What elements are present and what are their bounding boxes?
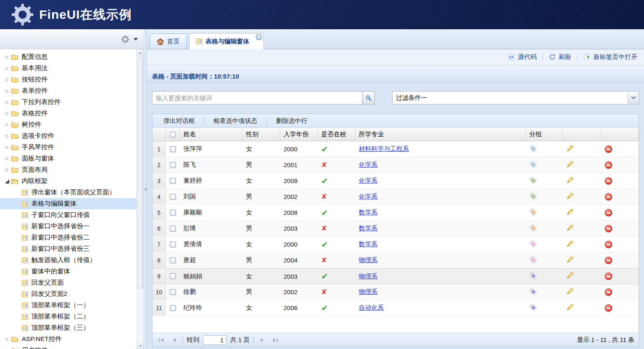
tree-expand-icon[interactable]: [5, 134, 9, 138]
select-all-checkbox[interactable]: [166, 128, 180, 141]
tree-item[interactable]: 下拉列表控件: [0, 97, 137, 108]
row-checkbox[interactable]: [166, 221, 180, 236]
settings-gear-icon[interactable]: [121, 35, 129, 43]
edit-button[interactable]: [566, 176, 574, 186]
open-new-tab-button[interactable]: 新标签页中打开: [583, 53, 637, 61]
tree-item[interactable]: 用户控件: [0, 345, 137, 349]
settings-dropdown-caret-icon[interactable]: [134, 38, 138, 41]
tree-expand-icon[interactable]: [5, 112, 9, 116]
tree-item[interactable]: 表格与编辑窗体: [0, 198, 137, 209]
group-tag-icon[interactable]: [529, 145, 537, 154]
view-source-button[interactable]: 源代码: [508, 53, 537, 61]
first-page-button[interactable]: [157, 336, 166, 345]
filter-dropdown-button[interactable]: [628, 92, 639, 104]
search-button[interactable]: [362, 91, 375, 104]
tree-item[interactable]: 选项卡控件: [0, 130, 137, 142]
edit-button[interactable]: [566, 145, 574, 154]
major-link[interactable]: 自动化系: [359, 304, 384, 312]
row-checkbox[interactable]: [166, 157, 180, 173]
delete-icon[interactable]: [605, 177, 612, 185]
tree-expand-icon[interactable]: [5, 100, 9, 104]
tree-expand-icon[interactable]: [5, 157, 9, 161]
group-tag-icon[interactable]: [529, 240, 537, 249]
tree-expand-icon[interactable]: [5, 66, 9, 71]
column-header[interactable]: 是否在校: [318, 128, 355, 141]
major-link[interactable]: 材料科学与工程系: [359, 145, 409, 153]
major-link[interactable]: 化学系: [359, 193, 378, 201]
group-tag-icon[interactable]: [529, 224, 537, 233]
scrollbar-thumb[interactable]: [137, 58, 143, 288]
scroll-down-button[interactable]: [137, 342, 144, 349]
major-link[interactable]: 物理系: [359, 273, 378, 280]
tree-item[interactable]: ASP.NET控件: [0, 334, 137, 345]
tree-item[interactable]: 回发父页面2: [0, 288, 137, 300]
edit-button[interactable]: [566, 192, 574, 201]
row-checkbox[interactable]: [166, 205, 180, 220]
group-tag-icon[interactable]: [529, 208, 537, 217]
tree-item[interactable]: 窗体中的窗体: [0, 266, 137, 277]
delete-icon[interactable]: [605, 288, 612, 296]
row-checkbox[interactable]: [166, 141, 180, 157]
tab-grid-edit-window[interactable]: 表格与编辑窗体×: [189, 33, 264, 49]
group-tag-icon[interactable]: [529, 192, 537, 201]
tree-item[interactable]: 手风琴控件: [0, 142, 137, 153]
tab-home[interactable]: 首页: [150, 33, 187, 49]
tree-item[interactable]: 树控件: [0, 119, 137, 130]
delete-icon[interactable]: [605, 257, 612, 264]
major-link[interactable]: 数学系: [359, 224, 378, 232]
sidebar-scrollbar[interactable]: [137, 49, 144, 349]
tree-item[interactable]: 基本用法: [0, 63, 137, 74]
delete-icon[interactable]: [605, 209, 612, 217]
row-checkbox[interactable]: [166, 252, 180, 268]
tree-item[interactable]: 新窗口中选择省份三: [0, 243, 137, 255]
major-link[interactable]: 化学系: [359, 161, 378, 169]
major-link[interactable]: 物理系: [359, 288, 378, 296]
row-checkbox[interactable]: [166, 269, 180, 284]
tree-item[interactable]: 内联框架: [0, 176, 137, 187]
edit-button[interactable]: [566, 160, 574, 170]
edit-button[interactable]: [566, 303, 574, 313]
group-tag-icon[interactable]: [529, 272, 537, 281]
tree-expand-icon[interactable]: [5, 123, 9, 127]
major-link[interactable]: 物理系: [359, 256, 378, 264]
edit-button[interactable]: [566, 272, 574, 281]
close-tab-icon[interactable]: ×: [256, 34, 262, 40]
sidebar-splitter[interactable]: [144, 29, 147, 349]
tree-item[interactable]: 表单控件: [0, 85, 137, 97]
column-header[interactable]: 性别: [243, 128, 280, 141]
tree-expand-icon[interactable]: [5, 55, 9, 59]
tree-item[interactable]: 按钮控件: [0, 74, 137, 85]
filter-dropdown[interactable]: 过滤条件一: [392, 91, 639, 104]
group-tag-icon[interactable]: [529, 160, 537, 170]
major-link[interactable]: 化学系: [359, 177, 378, 185]
tree-item[interactable]: 新窗口中选择省份二: [0, 232, 137, 243]
column-header[interactable]: 入学年份: [280, 128, 318, 141]
group-tag-icon[interactable]: [529, 176, 537, 186]
refresh-button[interactable]: 刷新: [549, 53, 571, 61]
group-tag-icon[interactable]: [529, 303, 537, 313]
tree-item[interactable]: 子窗口向父窗口传值: [0, 209, 137, 221]
major-link[interactable]: 数学系: [359, 209, 378, 217]
tree-expand-icon[interactable]: [5, 337, 9, 341]
edit-button[interactable]: [566, 240, 574, 249]
edit-button[interactable]: [566, 208, 574, 217]
tree-item[interactable]: 表格控件: [0, 108, 137, 119]
row-checkbox[interactable]: [166, 300, 180, 316]
group-tag-icon[interactable]: [529, 256, 537, 265]
delete-icon[interactable]: [605, 273, 612, 280]
next-page-button[interactable]: [258, 336, 267, 345]
tree-collapse-icon[interactable]: [5, 179, 9, 183]
tree-item[interactable]: 顶部菜单框架（三）: [0, 322, 137, 334]
tree-item[interactable]: 触发器输入框（传值）: [0, 255, 137, 266]
row-checkbox[interactable]: [166, 237, 180, 252]
group-tag-icon[interactable]: [529, 288, 537, 297]
tree-item[interactable]: 顶部菜单框架（二）: [0, 311, 137, 322]
scroll-up-button[interactable]: [137, 49, 144, 56]
delete-icon[interactable]: [605, 241, 612, 248]
tree-expand-icon[interactable]: [5, 168, 9, 172]
grid-toolbar-button[interactable]: 删除选中行: [267, 117, 317, 125]
delete-icon[interactable]: [605, 193, 612, 201]
last-page-button[interactable]: [271, 336, 280, 345]
edit-button[interactable]: [566, 256, 574, 265]
column-header[interactable]: 所学专业: [355, 128, 526, 141]
